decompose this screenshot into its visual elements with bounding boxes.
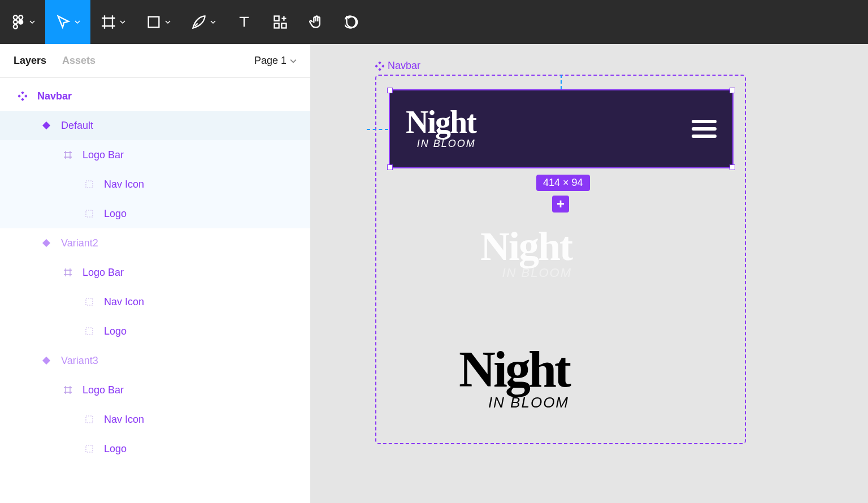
svg-rect-15 [86,210,93,217]
svg-rect-8 [281,23,286,28]
svg-point-3 [19,20,23,24]
svg-rect-17 [86,298,93,305]
group-icon [83,444,96,453]
group-icon [83,209,96,218]
canvas-frame-label-text: Navbar [388,60,420,72]
layer-row[interactable]: Logo [0,199,310,228]
layer-row[interactable]: Logo Bar [0,375,310,405]
layer-row[interactable]: Logo Bar [0,258,310,287]
hand-tool-button[interactable] [298,0,335,44]
layer-label: Nav Icon [104,414,144,426]
svg-rect-6 [275,16,279,21]
svg-rect-13 [42,122,50,129]
layer-row[interactable]: Logo [0,316,310,346]
layer-label: Logo Bar [83,149,124,161]
layers-tree: NavbarDefaultLogo BarNav IconLogoVariant… [0,78,310,503]
layer-row[interactable]: Navbar [0,81,310,111]
alignment-guide [367,129,388,130]
group-icon [83,297,96,306]
variant-icon [40,239,53,247]
svg-point-0 [14,15,18,19]
text-tool-button[interactable] [226,0,262,44]
svg-rect-24 [381,64,384,68]
canvas[interactable]: Navbar Night IN BLOOM 414 × 94 + Night I… [311,44,868,503]
logo-sub-text: IN BLOOM [488,397,569,409]
svg-rect-11 [24,94,27,98]
frame-icon [61,385,75,394]
shape-tool-button[interactable] [136,0,181,44]
layer-row[interactable]: Nav Icon [0,287,310,316]
svg-rect-23 [375,64,378,68]
add-variant-button[interactable]: + [552,196,569,213]
svg-rect-14 [86,181,93,188]
layer-label: Logo [104,443,127,455]
layer-row[interactable]: Variant3 [0,346,310,375]
layer-row[interactable]: Nav Icon [0,170,310,199]
layer-row[interactable]: Variant2 [0,228,310,258]
svg-rect-10 [18,94,21,98]
svg-rect-18 [86,328,93,335]
layer-label: Default [61,120,93,132]
dimensions-badge: 414 × 94 [536,175,590,191]
layer-row[interactable]: Logo [0,434,310,463]
svg-rect-7 [275,23,279,28]
canvas-frame-label[interactable]: Navbar [375,60,420,72]
logo-main-text: Night [459,349,569,390]
svg-rect-20 [86,416,93,423]
frame-icon [61,268,75,277]
frame-tool-button[interactable] [90,0,136,44]
variant3-frame[interactable]: Night IN BLOOM [459,349,569,409]
group-icon [83,180,96,189]
layer-row[interactable]: Default [0,111,310,140]
logo: Night IN BLOOM [459,349,569,409]
group-icon [83,415,96,424]
hamburger-icon [692,120,717,138]
move-tool-button[interactable] [45,0,90,44]
figma-menu-button[interactable] [0,0,45,44]
svg-rect-21 [86,445,93,452]
svg-rect-12 [21,98,24,101]
svg-point-2 [14,20,18,24]
page-selector[interactable]: Page 1 [254,55,297,67]
alignment-guide [561,75,562,89]
layer-row[interactable]: Nav Icon [0,405,310,434]
layer-label: Logo [104,208,127,220]
logo-sub-text: IN BLOOM [502,268,572,278]
top-toolbar [0,0,868,44]
panel-tabs: Layers Assets Page 1 [0,44,310,78]
resources-tool-button[interactable] [262,0,298,44]
variant-icon [40,122,53,129]
svg-rect-9 [21,92,24,94]
layer-label: Variant3 [61,355,98,367]
layer-label: Variant2 [61,237,98,249]
variant-icon [40,357,53,365]
layer-label: Nav Icon [104,179,144,190]
group-icon [83,327,96,336]
variant-default-frame[interactable]: Night IN BLOOM [389,89,734,168]
svg-rect-22 [378,62,381,64]
tab-assets[interactable]: Assets [62,55,96,67]
logo-sub-text: IN BLOOM [417,140,476,148]
variant2-frame[interactable]: Night IN BLOOM [480,231,572,277]
layer-label: Nav Icon [104,296,144,308]
layer-label: Logo Bar [83,384,124,396]
svg-rect-5 [149,17,159,28]
svg-rect-25 [378,68,381,71]
tab-layers[interactable]: Layers [14,55,46,67]
layer-label: Logo [104,326,127,337]
svg-rect-16 [42,239,50,247]
left-panel: Layers Assets Page 1 NavbarDefaultLogo B… [0,44,311,503]
component-set-icon [16,92,29,101]
logo-main-text: Night [480,231,572,263]
logo: Night IN BLOOM [480,231,572,277]
layer-row[interactable]: Logo Bar [0,140,310,170]
layer-label: Navbar [37,90,72,102]
layer-label: Logo Bar [83,267,124,279]
comment-tool-button[interactable] [335,0,371,44]
page-label: Page 1 [254,55,287,67]
svg-point-1 [19,15,23,19]
pen-tool-button[interactable] [181,0,226,44]
svg-rect-19 [42,357,50,365]
logo-main-text: Night [406,110,476,135]
frame-icon [61,150,75,159]
